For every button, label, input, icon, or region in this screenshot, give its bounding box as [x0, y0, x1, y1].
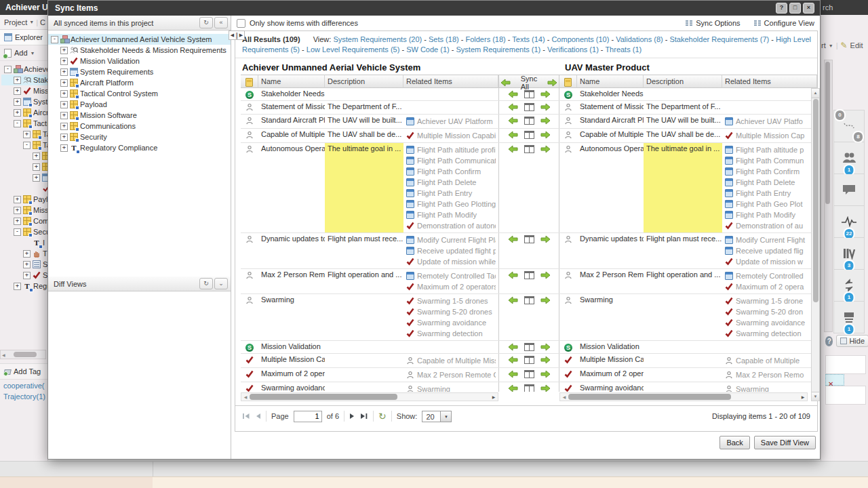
sync-options-button[interactable]: Sync Options — [686, 19, 740, 27]
scroll-right-icon[interactable]: ▶ — [799, 394, 807, 399]
tree-item[interactable]: +Stakeholder Needs & Mission Requirement… — [48, 45, 231, 56]
tree-item[interactable]: + — [1, 150, 47, 161]
tree-expander-icon[interactable]: + — [23, 250, 31, 258]
diff-view-button[interactable] — [524, 356, 534, 364]
tree-expander-icon[interactable]: + — [33, 152, 40, 160]
tree-expander-icon[interactable]: + — [60, 134, 68, 141]
view-filter-link[interactable]: Texts (14) — [512, 35, 545, 43]
sync-left-button[interactable] — [508, 131, 518, 142]
tree-item[interactable]: +Mission Software — [48, 110, 231, 121]
stack-rail-button[interactable]: 1 — [833, 302, 865, 333]
tree-expander-icon[interactable]: + — [60, 101, 68, 108]
tree-item[interactable]: +Mission Soft — [1, 205, 47, 216]
scrollbar-thumb[interactable] — [568, 394, 731, 400]
tree-item[interactable]: +Communications — [48, 121, 231, 131]
help-circle-icon[interactable]: ? — [825, 336, 833, 346]
restore-button[interactable]: □ — [789, 3, 801, 14]
configure-view-button[interactable]: Configure View — [754, 19, 814, 27]
tag-link-trajectory[interactable]: Trajectory(1) — [0, 390, 47, 401]
diff-view-button[interactable] — [524, 343, 534, 351]
tree-item[interactable]: +Payload — [1, 194, 47, 205]
tree-item[interactable]: +Mission Valid — [1, 85, 47, 96]
diff-view-button[interactable] — [524, 384, 534, 392]
back-button[interactable]: Back — [719, 436, 749, 449]
tree-expander-icon[interactable]: + — [60, 79, 68, 87]
tree-expander-icon[interactable]: + — [60, 68, 68, 76]
book-rail-button[interactable]: 3 — [833, 238, 865, 270]
diff-view-button[interactable] — [524, 103, 534, 111]
help-button[interactable]: ? — [776, 3, 787, 14]
tree-item[interactable]: -Tact — [1, 140, 47, 150]
refresh-icon[interactable]: ↻ — [378, 411, 387, 421]
close-button[interactable]: × — [803, 3, 814, 14]
tree-item[interactable]: +Tact — [1, 129, 47, 140]
prev-page-button[interactable] — [255, 413, 261, 420]
hide-button[interactable]: Hide — [836, 335, 868, 347]
add-tag-button[interactable]: Add Tag — [0, 363, 47, 380]
scroll-down-icon[interactable]: ▼ — [812, 392, 819, 401]
sync-left-button[interactable] — [508, 117, 518, 128]
tree-expander-icon[interactable]: + — [14, 283, 21, 290]
right-table-vscrollbar[interactable]: ▲ ▼ — [811, 88, 820, 401]
view-filter-link[interactable]: Verifications (1) — [547, 45, 599, 54]
sync-right-button[interactable] — [540, 271, 551, 293]
tree-item[interactable]: +S — [1, 259, 47, 270]
people-rail-button[interactable]: 1 — [833, 142, 865, 174]
refresh-panel-button[interactable]: ↻ — [199, 17, 213, 28]
tree-item[interactable]: + — [1, 161, 47, 172]
scrollbar-thumb[interactable] — [825, 62, 830, 204]
sync-right-button[interactable] — [540, 370, 551, 382]
save-diff-view-button[interactable]: Save Diff View — [754, 436, 816, 449]
tree-item[interactable]: + — [1, 172, 47, 183]
sync-rail-button[interactable]: 1 — [833, 270, 865, 302]
tree-item[interactable]: +System Requ — [1, 96, 47, 107]
sync-left-button[interactable] — [508, 356, 518, 367]
scrollbar-thumb[interactable] — [14, 352, 37, 357]
tree-expander-icon[interactable]: - — [51, 36, 58, 43]
view-filter-link[interactable]: Sets (18) — [429, 35, 459, 43]
sync-left-button[interactable] — [508, 271, 518, 293]
tree-item[interactable]: +Security — [48, 131, 231, 142]
tree-expander-icon[interactable]: + — [33, 163, 40, 171]
tree-expander-icon[interactable]: + — [60, 47, 68, 54]
tree-expander-icon[interactable]: + — [60, 123, 68, 130]
tree-item[interactable]: +T — [1, 248, 47, 259]
view-filter-link[interactable]: Components (10) — [551, 35, 609, 43]
tree-expander-icon[interactable]: + — [14, 218, 21, 225]
collapse-panel-button[interactable]: « — [214, 17, 228, 28]
comment-rail-button[interactable] — [833, 174, 865, 206]
tree-item[interactable]: -Achiever Unmanned Aerial Vehicle System — [48, 34, 231, 45]
tree-expander-icon[interactable]: + — [14, 87, 21, 95]
pulse-rail-button[interactable]: 22 — [833, 206, 865, 238]
only-differences-checkbox[interactable] — [237, 19, 245, 28]
sync-right-button[interactable] — [540, 384, 551, 392]
edit-button[interactable]: Edit — [850, 41, 863, 49]
diff-view-button[interactable] — [524, 235, 534, 243]
tree-item[interactable]: +Communicat — [1, 216, 47, 226]
scroll-up-icon[interactable]: ▲ — [812, 89, 819, 98]
background-tree-hscrollbar[interactable]: ◀ — [0, 350, 46, 359]
sync-left-button[interactable] — [508, 103, 518, 114]
tree-item[interactable]: +Mission Validation — [48, 56, 231, 66]
tree-expander-icon[interactable]: + — [14, 98, 21, 106]
scroll-right-icon[interactable]: ▶ — [490, 394, 498, 399]
sync-right-button[interactable] — [540, 90, 551, 100]
sync-right-button[interactable] — [540, 103, 551, 114]
tree-expander-icon[interactable]: + — [60, 112, 68, 119]
page-size-select[interactable]: 20 ▼ — [422, 411, 452, 422]
sync-right-button[interactable] — [540, 131, 551, 142]
diff-view-button[interactable] — [524, 131, 534, 139]
tree-item[interactable]: +System Requirements — [48, 66, 231, 77]
scroll-left-icon[interactable]: ◀ — [2, 352, 5, 357]
panel-splitter[interactable]: ◀║▶ — [229, 30, 245, 40]
tree-expander-icon[interactable]: + — [14, 109, 21, 117]
project-menu[interactable]: Project ▼ | C — [0, 15, 47, 30]
tree-expander-icon[interactable]: + — [60, 90, 68, 98]
sync-left-button[interactable] — [508, 235, 518, 268]
sync-right-button[interactable] — [540, 145, 551, 232]
tree-item[interactable]: +Aircraft Platform — [48, 77, 231, 88]
sync-left-button[interactable] — [508, 145, 518, 232]
tree-expander-icon[interactable]: + — [60, 144, 68, 152]
tree-expander-icon[interactable]: - — [23, 142, 31, 149]
tree-expander-icon[interactable]: + — [23, 131, 31, 138]
